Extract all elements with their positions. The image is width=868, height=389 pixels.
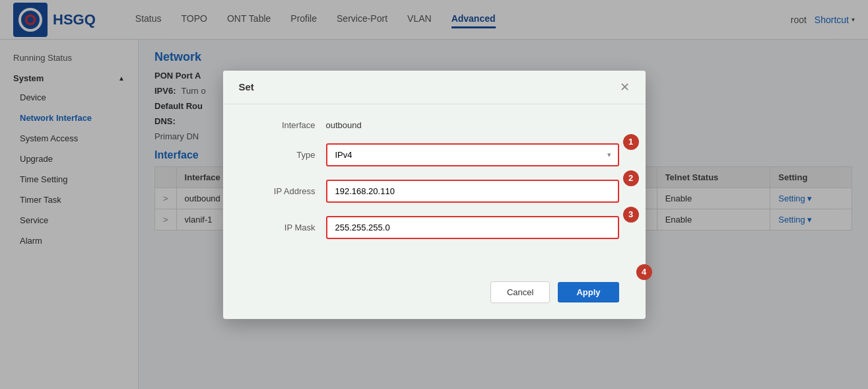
modal-body: Interface outbound Type IPv4 IPv6 DHCP ▾… [223,104,646,273]
modal-ip-label: IP Address [250,186,316,196]
modal-type-select-wrap: IPv4 IPv6 DHCP ▾ [326,143,619,166]
set-modal: Set ✕ Interface outbound Type IPv4 IPv6 … [223,71,646,319]
modal-mask-label: IP Mask [250,223,316,232]
modal-title: Set [239,81,254,92]
step-badge-1: 1 [623,134,639,150]
modal-interface-row: Interface outbound [250,120,619,130]
modal-interface-label: Interface [250,120,316,130]
step-badge-3: 3 [623,207,639,223]
modal-interface-value: outbound [326,120,362,130]
step-badge-2: 2 [623,170,639,186]
modal-type-row: Type IPv4 IPv6 DHCP ▾ 1 [250,143,619,166]
modal-type-label: Type [250,150,316,160]
modal-ip-wrap [326,180,619,203]
close-icon[interactable]: ✕ [620,81,630,93]
cancel-button[interactable]: Cancel [490,281,550,303]
modal-header: Set ✕ [223,71,646,104]
modal-overlay: Set ✕ Interface outbound Type IPv4 IPv6 … [0,0,868,389]
modal-ip-input[interactable] [326,180,619,203]
modal-mask-wrap [326,216,619,239]
modal-mask-input[interactable] [326,216,619,239]
modal-footer: Cancel Apply 4 [223,273,646,319]
step-badge-4: 4 [636,264,652,280]
modal-type-select[interactable]: IPv4 IPv6 DHCP [326,143,619,166]
modal-mask-row: IP Mask 3 [250,216,619,239]
apply-button[interactable]: Apply [558,282,618,302]
modal-ip-row: IP Address 2 [250,180,619,203]
